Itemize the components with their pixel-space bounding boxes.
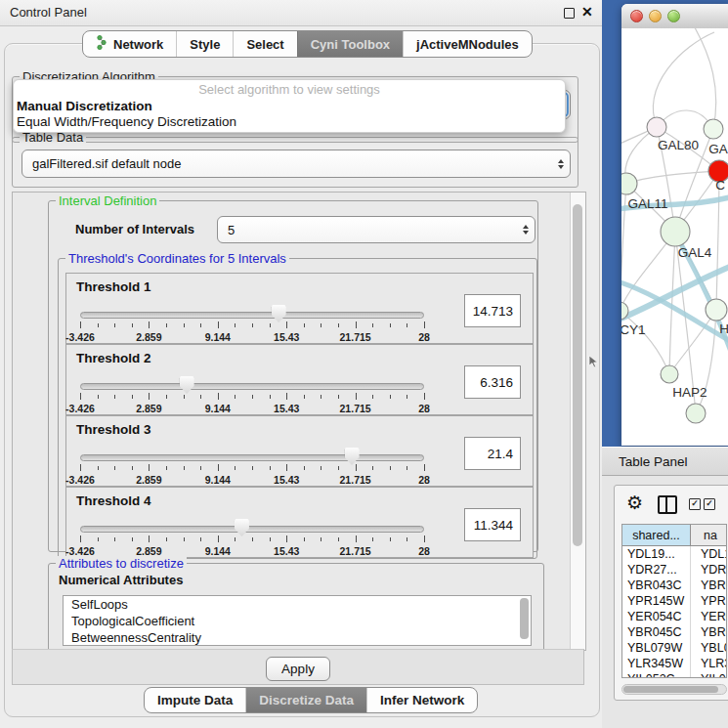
tab-discretize-data[interactable]: Discretize Data	[245, 688, 366, 712]
tick-mark	[80, 535, 81, 542]
table-hscrollbar-thumb[interactable]	[623, 686, 718, 693]
table-row[interactable]: YIL052CYIL0	[622, 671, 726, 678]
tick-mark	[390, 466, 391, 470]
table-row[interactable]: YBR043CYBR0	[622, 578, 726, 593]
dropdown-option[interactable]: Manual Discretization	[14, 99, 565, 114]
tab-infer-network[interactable]: Infer Network	[366, 688, 477, 712]
tick-mark	[407, 323, 407, 327]
tick-label: 9.144	[205, 403, 231, 414]
column-header[interactable]: na	[691, 525, 726, 545]
attribute-list-item[interactable]: SelfLoops	[64, 596, 531, 613]
close-traffic-light-icon[interactable]	[630, 10, 643, 22]
checkbox-icon[interactable]: ✓	[689, 498, 701, 510]
table-header-row: shared...na	[622, 525, 726, 546]
threshold-slider[interactable]: -3.4262.8599.14415.4321.71528	[80, 446, 424, 485]
tab-select[interactable]: Select	[233, 31, 296, 57]
settings-scrollbar-track[interactable]	[570, 193, 585, 650]
table-cell: YLR345W	[622, 656, 691, 671]
tick-mark	[132, 323, 133, 327]
combobox-spinner-icon[interactable]	[552, 150, 570, 177]
tab-cyni-toolbox[interactable]: Cyni Toolbox	[297, 31, 403, 57]
network-canvas[interactable]: GAL80GAGAL11CGAL4GCY1HHAP2	[621, 28, 728, 446]
threshold-slider[interactable]: -3.4262.8599.14415.4321.71528	[80, 517, 424, 556]
dropdown-options: Manual DiscretizationEqual Width/Frequen…	[14, 99, 565, 130]
gear-icon[interactable]: ⚙	[626, 492, 643, 514]
tick-mark	[166, 323, 167, 327]
slider-track[interactable]	[80, 454, 424, 461]
minimize-traffic-light-icon[interactable]	[649, 10, 662, 22]
table-row[interactable]: YLR345WYLR3	[622, 656, 726, 671]
number-of-intervals-combobox[interactable]: 5	[217, 216, 535, 243]
slider-track[interactable]	[80, 526, 424, 533]
network-edge	[669, 232, 675, 374]
table-row[interactable]: YER054CYER0	[622, 609, 726, 624]
tick-mark	[149, 393, 150, 400]
tick-mark	[184, 323, 185, 327]
table-row[interactable]: YDR27...YDR2	[622, 562, 726, 578]
slider-ticks	[80, 393, 424, 402]
tick-label: 2.859	[136, 403, 161, 414]
threshold-value-field[interactable]: 11.344	[464, 508, 521, 541]
tick-mark	[200, 466, 201, 470]
tick-label: -3.426	[65, 331, 95, 343]
attributes-group: Attributes to discretize Numerical Attri…	[48, 563, 544, 651]
table-row[interactable]: YBR045CYBR0	[622, 624, 726, 640]
table-panel-body: ⚙ ✓ ✓ shared...na YDL19...YDL1YDR27...YD…	[602, 476, 728, 728]
close-icon[interactable]: ✕	[581, 4, 593, 20]
tab-impute-data[interactable]: Impute Data	[145, 688, 245, 712]
list-scrollbar[interactable]	[520, 598, 529, 639]
network-node-HAP2	[661, 365, 678, 383]
tab-network[interactable]: Network	[83, 31, 176, 57]
threshold-value-field[interactable]: 14.713	[464, 294, 521, 327]
threshold-card: Threshold 2-3.4262.8599.14415.4321.71528…	[65, 344, 534, 415]
dropdown-option[interactable]: Equal Width/Frequency Discretization	[14, 114, 565, 130]
tick-mark	[270, 466, 271, 470]
table-panel-title: Table Panel	[619, 448, 688, 477]
tick-mark	[166, 466, 167, 470]
tick-mark	[372, 537, 373, 541]
network-edge	[621, 311, 669, 374]
table-row[interactable]: YBL079WYBL0	[622, 640, 726, 656]
threshold-value-field[interactable]: 6.316	[464, 365, 521, 399]
attribute-items: SelfLoopsTopologicalCoefficientBetweenne…	[64, 596, 531, 646]
slider-thumb[interactable]	[345, 448, 360, 465]
apply-button[interactable]: Apply	[266, 657, 330, 681]
attribute-list-item[interactable]: TopologicalCoefficient	[64, 613, 531, 629]
table-row[interactable]: YDL19...YDL1	[622, 546, 726, 562]
tab-jactivemnodules[interactable]: jActiveMNodules	[403, 31, 532, 57]
network-node-label: HAP2	[672, 385, 707, 400]
float-window-icon[interactable]	[564, 8, 575, 19]
combobox-spinner-icon[interactable]	[517, 217, 535, 242]
table-cell: YER0	[691, 609, 726, 624]
attribute-list-item[interactable]: BetweennessCentrality	[64, 629, 531, 646]
slider-thumb[interactable]	[272, 305, 286, 322]
threshold-title: Threshold 3	[76, 422, 151, 437]
checkbox-icon[interactable]: ✓	[704, 498, 715, 510]
tick-mark	[166, 537, 167, 541]
zoom-traffic-light-icon[interactable]	[667, 10, 680, 22]
tick-mark	[338, 466, 339, 470]
tab-style[interactable]: Style	[176, 31, 233, 57]
table-hscrollbar-track[interactable]	[621, 684, 727, 695]
threshold-slider[interactable]: -3.4262.8599.14415.4321.71528	[80, 303, 424, 342]
tick-mark	[149, 321, 150, 328]
table-cell: YBR0	[691, 578, 726, 593]
threshold-value-field[interactable]: 21.4	[464, 437, 521, 470]
settings-scrollbar-thumb[interactable]	[573, 204, 582, 546]
column-header[interactable]: shared...	[622, 525, 691, 545]
slider-track[interactable]	[80, 383, 424, 390]
slider-track[interactable]	[80, 312, 424, 319]
tick-label: 21.715	[340, 474, 371, 486]
split-pane-icon[interactable]	[658, 495, 677, 514]
table-row[interactable]: YPR145WYPR1	[622, 593, 726, 609]
tick-mark	[114, 466, 115, 470]
numerical-attributes-list[interactable]: SelfLoopsTopologicalCoefficientBetweenne…	[63, 595, 532, 646]
network-node-label: GAL80	[658, 138, 699, 152]
threshold-slider[interactable]: -3.4262.8599.14415.4321.71528	[80, 374, 424, 413]
tick-mark	[338, 537, 339, 541]
slider-thumb[interactable]	[180, 376, 194, 394]
table-data-combobox[interactable]: galFiltered.sif default node	[21, 150, 571, 178]
node-table[interactable]: shared...na YDL19...YDL1YDR27...YDR2YBR0…	[621, 524, 727, 678]
slider-thumb[interactable]	[235, 519, 249, 536]
network-node-label: GAL11	[627, 196, 667, 211]
